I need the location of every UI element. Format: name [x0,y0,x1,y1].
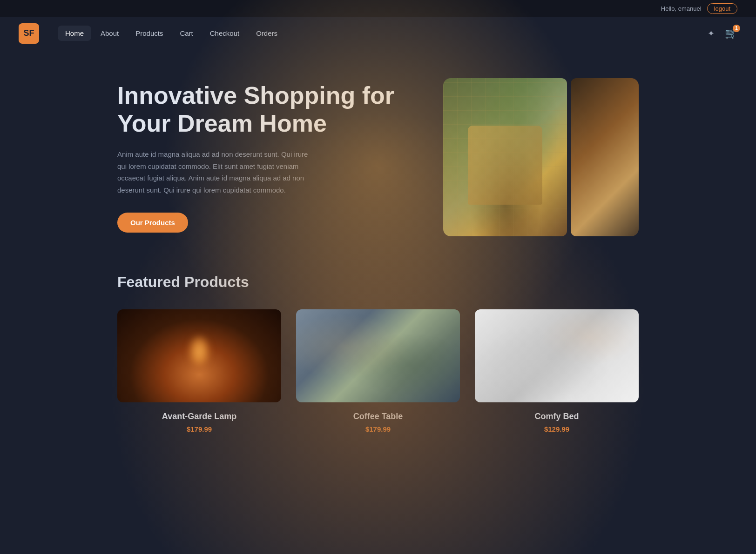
hero-image-side [571,78,639,236]
lamp-image [117,309,281,402]
hero-images [443,78,639,236]
product-image-lamp [117,309,281,402]
bed-image [475,309,639,402]
product-image-bed [475,309,639,402]
hero-section: Innovative Shopping for Your Dream Home … [99,50,657,264]
table-image [296,309,460,402]
product-image-table [296,309,460,402]
